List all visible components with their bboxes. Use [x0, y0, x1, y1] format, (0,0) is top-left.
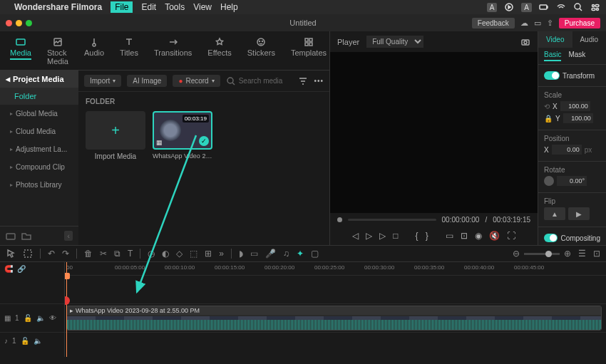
timeline-ruler[interactable]: 00 00:00:05:00 00:00:10:00 00:00:15:00 0…	[65, 262, 606, 275]
mute-icon[interactable]: 🔈	[36, 314, 45, 322]
new-folder-icon[interactable]	[6, 231, 16, 241]
tab-transitions[interactable]: Transitions	[151, 36, 195, 67]
inspector-sub-mask[interactable]: Mask	[568, 51, 585, 61]
crop-icon[interactable]: ⧉	[114, 249, 120, 259]
sidebar-item-compound[interactable]: Compound Clip	[0, 158, 78, 176]
inspector-tab-video[interactable]: Video	[538, 31, 572, 48]
sidebar-item-global[interactable]: Global Media	[0, 105, 78, 123]
settings-icon[interactable]: ⊡	[593, 249, 600, 259]
project-media-header[interactable]: ◀Project Media	[0, 71, 78, 88]
color-icon[interactable]: ◐	[162, 249, 169, 259]
import-button[interactable]: Import▾	[84, 75, 121, 87]
media-clip[interactable]: 00:03:19 ▦ ✓ WhatsApp Video 202...	[153, 111, 212, 160]
menu-file[interactable]: File	[111, 1, 133, 13]
battery-icon[interactable]	[539, 2, 549, 12]
mask-icon[interactable]: ⬚	[190, 249, 197, 259]
select-icon[interactable]	[23, 249, 33, 259]
rotate-dial[interactable]	[544, 176, 554, 186]
fullscreen-icon[interactable]: ⛶	[507, 231, 515, 241]
position-x-input[interactable]	[552, 145, 582, 155]
speed-icon[interactable]: ◷	[148, 249, 155, 259]
rotate-input[interactable]	[557, 176, 587, 186]
folder-label[interactable]: Folder	[0, 88, 78, 105]
stop-icon[interactable]: □	[393, 231, 398, 241]
lock-icon[interactable]: 🔓	[21, 337, 29, 345]
tool-icon-2[interactable]: ▭	[250, 249, 258, 259]
link-icon[interactable]: 🔗	[17, 265, 26, 273]
collapse-sidebar-button[interactable]: ‹	[64, 231, 73, 241]
inspector-tab-audio[interactable]: Audio	[572, 31, 607, 48]
zoom-slider[interactable]	[524, 253, 560, 255]
menu-tools[interactable]: Tools	[165, 2, 185, 12]
mute-icon[interactable]: 🔈	[34, 337, 42, 345]
volume-icon[interactable]: 🔇	[489, 231, 500, 241]
tab-titles[interactable]: Titles	[117, 36, 141, 67]
lock-icon[interactable]: 🔓	[24, 314, 32, 322]
tool-icon-1[interactable]: ⊞	[205, 249, 212, 259]
scrub-bar[interactable]	[348, 219, 436, 221]
pointer-icon[interactable]	[6, 249, 16, 259]
more-tools-icon[interactable]: »	[219, 249, 224, 259]
mic-icon[interactable]: 🎤	[265, 249, 276, 259]
tab-effects[interactable]: Effects	[205, 36, 234, 67]
next-frame-icon[interactable]: ▷	[379, 231, 386, 241]
mixer-icon[interactable]: ♫	[283, 249, 289, 259]
cloud-icon[interactable]: ☁	[520, 19, 528, 28]
purchase-button[interactable]: Purchase	[559, 18, 600, 28]
menu-view[interactable]: View	[193, 2, 212, 12]
zoom-out-icon[interactable]: ⊖	[513, 249, 520, 259]
eye-icon[interactable]: 👁	[49, 314, 56, 322]
sidebar-item-adjustment[interactable]: Adjustment La...	[0, 140, 78, 158]
screen-icon[interactable]: ▭	[534, 19, 541, 28]
scale-y-input[interactable]	[563, 113, 593, 123]
audio-track[interactable]	[65, 332, 606, 349]
snapshot-icon[interactable]	[520, 37, 530, 47]
marker-icon[interactable]: ◗	[239, 249, 243, 259]
inspector-sub-basic[interactable]: Basic	[544, 51, 561, 61]
tab-stickers[interactable]: Stickers	[245, 36, 278, 67]
tab-media[interactable]: Media	[7, 36, 34, 67]
menubar-badge-2[interactable]: A	[521, 3, 532, 12]
wifi-icon[interactable]	[556, 2, 566, 12]
tool-icon-3[interactable]: ▢	[311, 249, 319, 259]
player-viewport[interactable]	[330, 52, 538, 213]
sidebar-item-photos[interactable]: Photos Library	[0, 176, 78, 194]
text-icon[interactable]: T	[128, 249, 133, 259]
import-media-tile[interactable]: +	[86, 111, 145, 150]
filter-icon[interactable]	[298, 76, 308, 86]
mark-out-icon[interactable]: }	[426, 231, 428, 241]
clip-icon[interactable]: ▭	[446, 231, 453, 241]
quality-select[interactable]: Full Quality	[366, 36, 423, 48]
playhead[interactable]	[66, 262, 67, 357]
mark-in-icon[interactable]: {	[416, 231, 418, 241]
prev-frame-icon[interactable]: ◁	[352, 231, 359, 241]
menu-help[interactable]: Help	[220, 2, 238, 12]
list-view-icon[interactable]: ☰	[578, 249, 586, 259]
compositing-toggle[interactable]	[544, 234, 558, 242]
redo-icon[interactable]: ↷	[62, 249, 69, 259]
ai-icon[interactable]: ✦	[297, 249, 304, 259]
more-icon[interactable]: •••	[314, 77, 324, 85]
app-name[interactable]: Wondershare Filmora	[14, 2, 102, 12]
feedback-button[interactable]: Feedback	[472, 18, 515, 28]
control-center-icon[interactable]	[590, 2, 600, 12]
menubar-badge-1[interactable]: A	[487, 3, 498, 12]
flip-v-button[interactable]: ▶	[568, 207, 590, 220]
traffic-lights[interactable]	[6, 20, 32, 26]
search-icon[interactable]	[573, 2, 583, 12]
folder-icon[interactable]	[21, 231, 31, 241]
record-button[interactable]: ●Record▾	[173, 75, 220, 87]
ai-image-button[interactable]: AI Image	[127, 75, 167, 87]
flip-h-button[interactable]: ▲	[544, 207, 565, 220]
timeline-clip[interactable]: ▸WhatsApp Video 2023-09-28 at 2.55.00 PM	[66, 306, 602, 331]
cut-icon[interactable]: ✂	[100, 249, 107, 259]
keyframe-icon[interactable]: ◇	[176, 249, 183, 259]
export-icon[interactable]: ⇪	[547, 19, 553, 28]
transform-toggle[interactable]	[544, 71, 560, 80]
tab-templates[interactable]: Templates	[288, 36, 329, 67]
search-media-input[interactable]: Search media	[226, 76, 293, 86]
scale-x-input[interactable]	[560, 101, 590, 111]
camera-icon[interactable]: ◉	[475, 231, 482, 241]
sidebar-item-cloud[interactable]: Cloud Media	[0, 123, 78, 140]
menu-edit[interactable]: Edit	[141, 2, 156, 12]
